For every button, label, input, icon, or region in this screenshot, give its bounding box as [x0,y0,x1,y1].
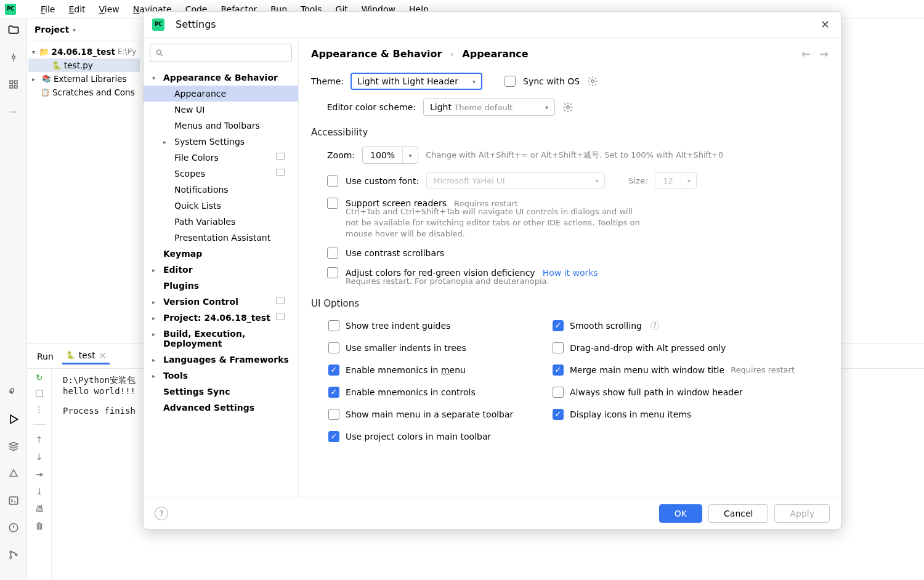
cat-keymap[interactable]: Keymap [144,246,298,262]
size-value: 12 [655,173,681,188]
color-deficiency-checkbox[interactable] [327,267,338,278]
rerun-icon[interactable]: ↻ [36,373,43,382]
vcs-icon[interactable] [7,548,20,562]
full-path-checkbox[interactable] [553,387,564,398]
cat-plugins[interactable]: Plugins [144,278,298,294]
svg-rect-1 [10,81,13,84]
screen-readers-checkbox[interactable] [327,198,338,209]
close-tab-icon[interactable]: × [99,350,107,360]
tree-indent-checkbox[interactable] [328,320,339,331]
custom-font-select[interactable]: Microsoft YaHei UI ▾ [426,172,605,189]
menu-view[interactable]: View [93,3,126,15]
cat-project[interactable]: ▸Project: 24.06.18_test [144,310,298,326]
cat-editor[interactable]: ▸Editor [144,262,298,278]
folder-icon[interactable] [7,23,20,37]
tree-file[interactable]: 🐍 test.py [28,58,140,72]
cat-notifications[interactable]: Notifications [144,182,298,198]
contrast-scrollbars-checkbox[interactable] [327,248,338,259]
sync-os-checkbox[interactable] [505,76,516,87]
python-console-icon[interactable] [7,385,20,399]
structure-icon[interactable] [7,78,20,91]
cat-file-colors[interactable]: File Colors [144,150,298,166]
crumb-1[interactable]: Appearance & Behavior [311,48,442,60]
problems-icon[interactable] [7,521,20,534]
menu-file[interactable]: File [34,3,61,15]
app-logo-icon: PC [5,4,16,15]
cat-new-ui[interactable]: New UI [144,102,298,118]
custom-font-checkbox[interactable] [327,175,338,187]
requires-restart-hint: Requires restart [731,365,795,374]
soft-wrap-icon[interactable]: ⇥ [36,469,43,479]
scroll-end-icon[interactable]: ⤓ [36,486,43,496]
theme-select[interactable]: Light with Light Header ▾ [351,73,482,90]
more-actions-icon[interactable]: ⋮ [35,405,44,414]
cancel-button[interactable]: Cancel [708,504,768,523]
scratches-label: Scratches and Cons [52,87,135,97]
display-icons-checkbox[interactable]: ✓ [553,409,564,420]
cat-languages[interactable]: ▸Languages & Frameworks [144,352,298,368]
down-icon[interactable]: ↓ [36,452,43,462]
zoom-select[interactable]: 100% ▾ [362,147,418,164]
services-icon[interactable] [7,440,20,453]
python-file-icon: 🐍 [52,61,62,70]
root-path: E:\Py [118,47,136,56]
dnd-alt-checkbox[interactable] [553,342,564,353]
project-header[interactable]: Project ▾ [27,18,141,41]
cat-tools[interactable]: ▸Tools [144,368,298,384]
mnemonics-controls-checkbox[interactable]: ✓ [328,387,339,398]
cat-menus-toolbars[interactable]: Menus and Toolbars [144,118,298,134]
cat-version-control[interactable]: ▸Version Control [144,294,298,310]
main-menu-toolbar-checkbox[interactable] [328,409,339,420]
cat-appearance[interactable]: Appearance [144,86,298,102]
stop-icon[interactable] [36,390,43,397]
more-icon[interactable]: ⋯ [7,105,20,118]
smaller-indents-checkbox[interactable] [328,342,339,353]
close-button[interactable]: ✕ [821,18,830,31]
run-tool-icon[interactable] [7,413,20,426]
svg-rect-7 [9,497,18,504]
gear-icon[interactable] [587,76,598,87]
search-input-wrap[interactable] [150,44,292,62]
tree-ext-libs[interactable]: ▸ 📚 External Libraries [28,72,140,86]
smaller-indents-label: Use smaller indents in trees [346,343,466,353]
gear-icon[interactable] [562,102,573,113]
help-button[interactable]: ? [155,507,168,520]
display-icons-label: Display icons in menu items [570,409,691,419]
forward-icon[interactable]: → [819,47,829,60]
apply-button[interactable]: Apply [774,504,830,523]
debug-icon[interactable] [7,467,20,480]
merge-menu-checkbox[interactable]: ✓ [553,365,564,376]
how-it-works-link[interactable]: How it works [543,268,598,278]
search-input[interactable] [168,48,286,58]
font-size-spinner[interactable]: 12 ▾ [655,172,697,189]
up-icon[interactable]: ↑ [36,435,43,445]
terminal-icon[interactable] [7,494,20,507]
cat-appearance-behavior[interactable]: ▾Appearance & Behavior [144,70,298,86]
trash-icon[interactable]: 🗑 [35,521,44,531]
cat-quick-lists[interactable]: Quick Lists [144,198,298,214]
cat-presentation-assistant[interactable]: Presentation Assistant [144,230,298,246]
tree-scratches[interactable]: 📋 Scratches and Cons [28,86,140,99]
project-colors-checkbox[interactable]: ✓ [328,431,339,442]
menu-edit[interactable]: Edit [62,3,91,15]
run-config-tab[interactable]: 🐍 test × [62,348,110,365]
cat-settings-sync[interactable]: Settings Sync [144,384,298,400]
back-icon[interactable]: ← [801,47,811,60]
commit-icon[interactable] [7,50,20,64]
cat-build[interactable]: ▸Build, Execution, Deployment [144,326,298,352]
ok-button[interactable]: OK [659,504,702,523]
info-icon[interactable]: ? [650,321,659,330]
editor-scheme-hint: Theme default [454,103,513,112]
editor-scheme-select[interactable]: Light Theme default ▾ [423,99,555,116]
smooth-scrolling-checkbox[interactable]: ✓ [553,320,564,331]
svg-rect-4 [14,86,17,89]
mnemonics-menu-checkbox[interactable]: ✓ [328,365,339,376]
cat-scopes[interactable]: Scopes [144,166,298,182]
cat-system-settings[interactable]: ▸System Settings [144,134,298,150]
print-icon[interactable]: 🖶 [35,504,44,514]
cat-advanced[interactable]: Advanced Settings [144,400,298,416]
chevron-down-icon: ▾ [32,49,36,55]
tree-root[interactable]: ▾ 📁 24.06.18_test E:\Py [28,45,140,58]
svg-rect-3 [10,86,13,89]
cat-path-variables[interactable]: Path Variables [144,214,298,230]
